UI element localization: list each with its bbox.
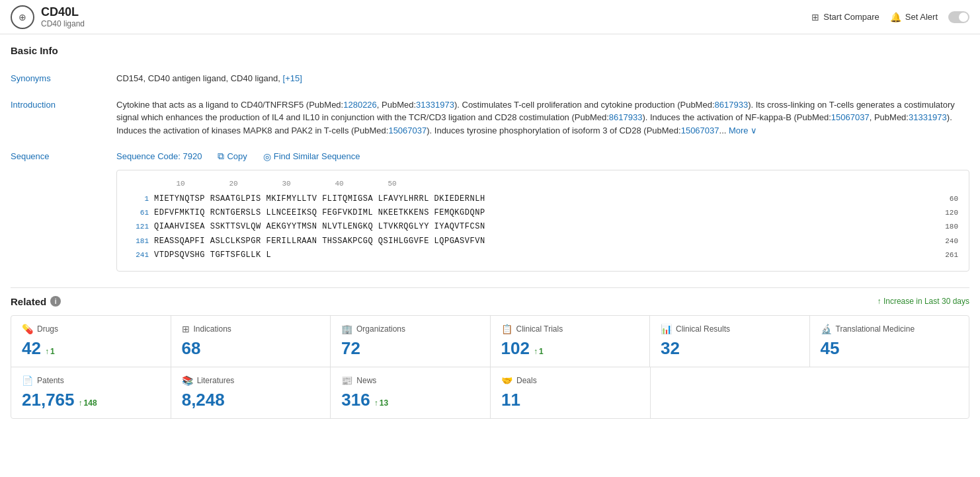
- literatures-icon: 📚: [182, 375, 193, 386]
- pubmed-link-1[interactable]: 1280226: [343, 100, 377, 110]
- stat-drugs-label: 💊 Drugs: [22, 324, 160, 334]
- sequence-ruler: 10 20 30 40 50: [128, 178, 958, 190]
- copy-icon: ⧉: [218, 151, 224, 162]
- sequence-code: Sequence Code: 7920: [116, 150, 202, 163]
- alert-icon: 🔔: [890, 12, 901, 22]
- stat-indications: ⊞ Indications 68: [171, 316, 331, 367]
- seq-line-5: 241 VTDPSQVSHG TGFTSFGLLK L 261: [128, 249, 958, 262]
- stat-clinical-trials-label: 📋 Clinical Trials: [501, 324, 639, 334]
- synonyms-label: Synonyms: [11, 72, 116, 85]
- header-title-group: CD40L CD40 ligand: [41, 5, 85, 28]
- stat-news-value: 316 ↑ 13: [341, 390, 479, 410]
- related-info-icon[interactable]: i: [50, 296, 61, 307]
- stat-organizations: 🏢 Organizations 72: [331, 316, 491, 367]
- news-increase: ↑ 13: [374, 398, 388, 408]
- stat-indications-value: 68: [182, 338, 320, 359]
- seq-line-4: 181 REASSQAPFI ASLCLKSPGR FERILLRAAN THS…: [128, 235, 958, 248]
- find-similar-button[interactable]: ◎ Find Similar Sequence: [263, 151, 360, 162]
- stat-placeholder-1: [651, 367, 810, 418]
- pubmed-link-4[interactable]: 8617933: [609, 112, 643, 122]
- compare-icon: ⊞: [811, 12, 819, 22]
- copy-button[interactable]: ⧉ Copy: [218, 151, 247, 162]
- sequence-box: 10 20 30 40 50 1 MIETYNQTSP RSAATGLPIS M…: [116, 170, 969, 272]
- stat-deals: 🤝 Deals 11: [491, 367, 651, 418]
- translational-medicine-icon: 🔬: [821, 324, 832, 334]
- stat-indications-label: ⊞ Indications: [182, 324, 320, 334]
- patents-increase: ↑ 148: [79, 398, 97, 408]
- related-section: Related i ↑ Increase in Last 30 days 💊 D…: [11, 287, 969, 419]
- alert-toggle[interactable]: [948, 11, 969, 23]
- stat-clinical-results-value: 32: [661, 338, 799, 359]
- header-actions: ⊞ Start Compare 🔔 Set Alert: [811, 11, 969, 23]
- entity-icon: ⊕: [11, 5, 34, 29]
- stats-container: 💊 Drugs 42 ↑ 1 ⊞ Indications: [11, 315, 969, 419]
- find-similar-icon: ◎: [263, 151, 271, 162]
- introduction-more-link[interactable]: More ∨: [729, 126, 757, 135]
- stat-patents-value: 21,765 ↑ 148: [22, 390, 160, 410]
- clinical-trials-icon: 📋: [501, 324, 512, 334]
- stat-patents-label: 📄 Patents: [22, 375, 160, 386]
- stat-deals-value: 11: [501, 390, 639, 410]
- stats-row-1: 💊 Drugs 42 ↑ 1 ⊞ Indications: [11, 316, 969, 367]
- stats-row-2: 📄 Patents 21,765 ↑ 148 📚 Literatur: [11, 367, 969, 418]
- pubmed-link-7[interactable]: 15067037: [388, 126, 427, 135]
- clinical-results-icon: 📊: [661, 324, 672, 334]
- sequence-header: Sequence Code: 7920 ⧉ Copy ◎ Find Simila…: [116, 150, 969, 163]
- introduction-value: Cytokine that acts as a ligand to CD40/T…: [116, 98, 969, 137]
- entity-subtitle: CD40 ligand: [41, 19, 85, 28]
- deals-icon: 🤝: [501, 375, 512, 386]
- stat-literatures-label: 📚 Literatures: [182, 375, 320, 386]
- stat-translational-medicine-value: 45: [821, 338, 959, 359]
- synonyms-more-link[interactable]: [+15]: [283, 73, 302, 83]
- sequence-row: Sequence Sequence Code: 7920 ⧉ Copy ◎ Fi…: [11, 150, 969, 272]
- synonyms-row: Synonyms CD154, CD40 antigen ligand, CD4…: [11, 72, 969, 85]
- pubmed-link-3[interactable]: 8617933: [715, 100, 749, 110]
- stat-news: 📰 News 316 ↑ 13: [331, 367, 491, 418]
- pubmed-link-8[interactable]: 15067037: [681, 126, 719, 135]
- related-title: Related i: [11, 296, 61, 307]
- stat-literatures: 📚 Literatures 8,248: [171, 367, 331, 418]
- header: ⊕ CD40L CD40 ligand ⊞ Start Compare 🔔 Se…: [0, 0, 980, 34]
- sequence-label: Sequence: [11, 150, 116, 272]
- stat-organizations-value: 72: [341, 338, 479, 359]
- pubmed-link-5[interactable]: 15067037: [831, 112, 870, 122]
- news-icon: 📰: [341, 375, 352, 386]
- stat-deals-label: 🤝 Deals: [501, 375, 639, 386]
- drugs-icon: 💊: [22, 324, 33, 334]
- main-content: Basic Info Synonyms CD154, CD40 antigen …: [0, 34, 980, 419]
- drugs-increase: ↑ 1: [45, 347, 55, 356]
- seq-line-1: 1 MIETYNQTSP RSAATGLPIS MKIFMYLLTV FLITQ…: [128, 193, 958, 205]
- synonyms-value: CD154, CD40 antigen ligand, CD40 ligand,…: [116, 72, 969, 85]
- basic-info-title: Basic Info: [11, 45, 969, 61]
- sequence-value: Sequence Code: 7920 ⧉ Copy ◎ Find Simila…: [116, 150, 969, 272]
- stat-clinical-results: 📊 Clinical Results 32: [650, 316, 810, 367]
- seq-line-2: 61 EDFVFMKTIQ RCNTGERSLS LLNCEEIKSQ FEGF…: [128, 207, 958, 219]
- start-compare-button[interactable]: ⊞ Start Compare: [811, 12, 879, 22]
- introduction-label: Introduction: [11, 98, 116, 137]
- header-left: ⊕ CD40L CD40 ligand: [11, 5, 85, 29]
- introduction-row: Introduction Cytokine that acts as a lig…: [11, 98, 969, 137]
- entity-title: CD40L: [41, 5, 85, 19]
- increase-note: ↑ Increase in Last 30 days: [878, 297, 969, 306]
- stat-literatures-value: 8,248: [182, 390, 320, 410]
- indications-icon: ⊞: [182, 324, 190, 334]
- stat-clinical-results-label: 📊 Clinical Results: [661, 324, 799, 334]
- patents-icon: 📄: [22, 375, 33, 386]
- pubmed-link-6[interactable]: 31331973: [909, 112, 947, 122]
- stat-patents: 📄 Patents 21,765 ↑ 148: [11, 367, 171, 418]
- stat-drugs-value: 42 ↑ 1: [22, 338, 160, 359]
- stat-translational-medicine: 🔬 Translational Medicine 45: [810, 316, 969, 367]
- stat-placeholder-2: [809, 367, 969, 418]
- related-header: Related i ↑ Increase in Last 30 days: [11, 296, 969, 307]
- stat-news-label: 📰 News: [341, 375, 479, 386]
- organizations-icon: 🏢: [341, 324, 352, 334]
- pubmed-link-2[interactable]: 31331973: [416, 100, 454, 110]
- seq-line-3: 121 QIAAHVISEA SSKTTSVLQW AEKGYYTMSN NLV…: [128, 221, 958, 233]
- stat-drugs: 💊 Drugs 42 ↑ 1: [11, 316, 171, 367]
- stat-organizations-label: 🏢 Organizations: [341, 324, 479, 334]
- stat-translational-medicine-label: 🔬 Translational Medicine: [821, 324, 959, 334]
- stat-clinical-trials: 📋 Clinical Trials 102 ↑ 1: [491, 316, 651, 367]
- set-alert-button[interactable]: 🔔 Set Alert: [890, 12, 938, 22]
- stat-clinical-trials-value: 102 ↑ 1: [501, 338, 639, 359]
- trials-increase: ↑ 1: [534, 347, 544, 356]
